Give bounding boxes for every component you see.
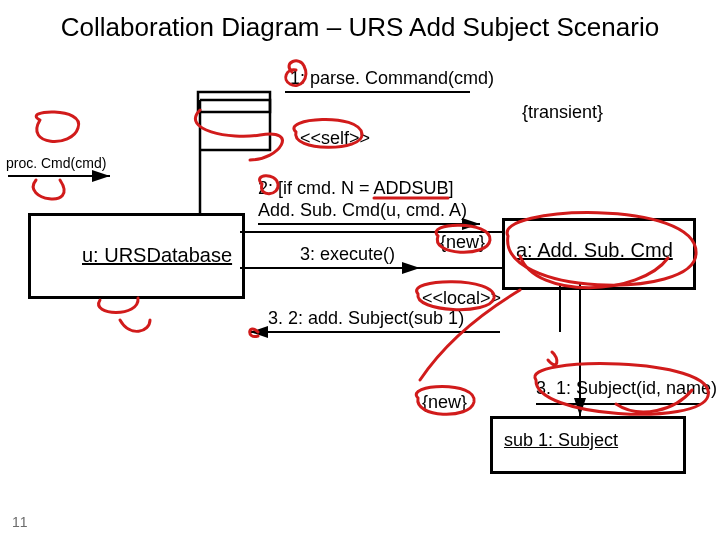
msg-3: 3: execute() xyxy=(300,244,395,265)
msg-3-2: 3. 2: add. Subject(sub 1) xyxy=(268,308,464,329)
slide-number: 11 xyxy=(12,514,28,530)
msg-1: 1: parse. Command(cmd) xyxy=(290,68,494,89)
msg-3-1: 3. 1: Subject(id, name) xyxy=(536,378,717,399)
msg-2-guard: 2: [if cmd. N = ADDSUB] xyxy=(258,178,454,199)
constraint-new-1: {new} xyxy=(440,232,485,253)
object-sub1-label: sub 1: Subject xyxy=(504,430,618,451)
constraint-transient: {transient} xyxy=(522,102,603,123)
object-a-label: a: Add. Sub. Cmd xyxy=(516,239,673,262)
stereotype-local: <<local>> xyxy=(422,288,501,309)
object-u-label: u: URSDatabase xyxy=(82,244,232,267)
constraint-new-2: {new} xyxy=(422,392,467,413)
stereotype-self: <<self>> xyxy=(300,128,370,149)
page-title: Collaboration Diagram – URS Add Subject … xyxy=(0,12,720,43)
diagram-canvas: { "title": "Collaboration Diagram – URS … xyxy=(0,0,720,540)
actor-message: proc. Cmd(cmd) xyxy=(6,155,106,171)
svg-rect-1 xyxy=(198,92,270,112)
msg-2-call: Add. Sub. Cmd(u, cmd. A) xyxy=(258,200,467,221)
